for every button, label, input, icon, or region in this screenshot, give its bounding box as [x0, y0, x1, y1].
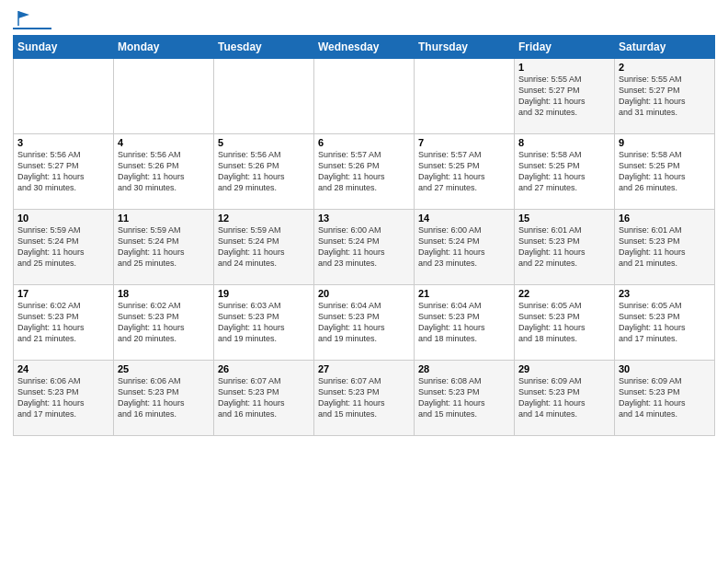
day-info: Sunrise: 5:59 AM Sunset: 5:24 PM Dayligh… [218, 224, 310, 270]
header [13, 9, 715, 29]
day-number: 16 [619, 213, 711, 224]
day-number: 22 [518, 288, 610, 299]
day-info: Sunrise: 6:08 AM Sunset: 5:23 PM Dayligh… [418, 375, 510, 420]
week-row-5: 24Sunrise: 6:06 AM Sunset: 5:23 PM Dayli… [14, 361, 715, 436]
logo [13, 9, 51, 29]
calendar-cell: 11Sunrise: 5:59 AM Sunset: 5:24 PM Dayli… [114, 210, 214, 285]
weekday-header-thursday: Thursday [415, 36, 515, 59]
calendar-cell: 10Sunrise: 5:59 AM Sunset: 5:24 PM Dayli… [14, 210, 114, 285]
day-number: 26 [218, 363, 310, 374]
day-number: 28 [418, 363, 510, 374]
day-info: Sunrise: 6:03 AM Sunset: 5:23 PM Dayligh… [218, 300, 310, 345]
calendar-cell: 4Sunrise: 5:56 AM Sunset: 5:26 PM Daylig… [114, 134, 214, 210]
weekday-header-wednesday: Wednesday [314, 36, 415, 59]
weekday-header-row: SundayMondayTuesdayWednesdayThursdayFrid… [14, 36, 715, 59]
svg-marker-0 [18, 11, 29, 18]
calendar-cell: 23Sunrise: 6:05 AM Sunset: 5:23 PM Dayli… [615, 285, 715, 361]
day-info: Sunrise: 5:57 AM Sunset: 5:25 PM Dayligh… [418, 149, 510, 194]
calendar-cell: 21Sunrise: 6:04 AM Sunset: 5:23 PM Dayli… [415, 285, 515, 361]
day-number: 30 [619, 363, 711, 374]
calendar-cell: 1Sunrise: 5:55 AM Sunset: 5:27 PM Daylig… [515, 59, 615, 134]
calendar-cell: 15Sunrise: 6:01 AM Sunset: 5:23 PM Dayli… [515, 210, 615, 285]
calendar-cell: 12Sunrise: 5:59 AM Sunset: 5:24 PM Dayli… [214, 210, 314, 285]
week-row-3: 10Sunrise: 5:59 AM Sunset: 5:24 PM Dayli… [14, 210, 715, 285]
day-info: Sunrise: 6:06 AM Sunset: 5:23 PM Dayligh… [118, 375, 210, 420]
day-number: 15 [518, 213, 610, 224]
day-number: 17 [17, 288, 109, 299]
calendar-cell: 27Sunrise: 6:07 AM Sunset: 5:23 PM Dayli… [314, 361, 415, 436]
calendar-cell: 28Sunrise: 6:08 AM Sunset: 5:23 PM Dayli… [415, 361, 515, 436]
day-info: Sunrise: 5:57 AM Sunset: 5:26 PM Dayligh… [318, 149, 410, 194]
day-number: 19 [218, 288, 310, 299]
day-info: Sunrise: 6:09 AM Sunset: 5:23 PM Dayligh… [619, 375, 711, 420]
day-info: Sunrise: 6:01 AM Sunset: 5:23 PM Dayligh… [619, 224, 711, 270]
day-number: 6 [318, 137, 410, 148]
week-row-2: 3Sunrise: 5:56 AM Sunset: 5:27 PM Daylig… [14, 134, 715, 210]
day-info: Sunrise: 6:05 AM Sunset: 5:23 PM Dayligh… [518, 300, 610, 345]
day-number: 27 [318, 363, 410, 374]
day-info: Sunrise: 6:02 AM Sunset: 5:23 PM Dayligh… [118, 300, 210, 345]
day-info: Sunrise: 6:09 AM Sunset: 5:23 PM Dayligh… [518, 375, 610, 420]
day-number: 25 [118, 363, 210, 374]
day-info: Sunrise: 5:55 AM Sunset: 5:27 PM Dayligh… [619, 74, 711, 119]
day-number: 12 [218, 213, 310, 224]
calendar-cell: 25Sunrise: 6:06 AM Sunset: 5:23 PM Dayli… [114, 361, 214, 436]
calendar-cell: 17Sunrise: 6:02 AM Sunset: 5:23 PM Dayli… [14, 285, 114, 361]
calendar-cell: 20Sunrise: 6:04 AM Sunset: 5:23 PM Dayli… [314, 285, 415, 361]
day-info: Sunrise: 6:07 AM Sunset: 5:23 PM Dayligh… [218, 375, 310, 420]
calendar-cell [14, 59, 114, 134]
calendar-table: SundayMondayTuesdayWednesdayThursdayFrid… [13, 35, 715, 436]
day-number: 5 [218, 137, 310, 148]
day-info: Sunrise: 6:00 AM Sunset: 5:24 PM Dayligh… [418, 224, 510, 270]
calendar-cell: 2Sunrise: 5:55 AM Sunset: 5:27 PM Daylig… [615, 59, 715, 134]
calendar-cell [114, 59, 214, 134]
calendar-cell [314, 59, 415, 134]
calendar-cell [415, 59, 515, 134]
day-info: Sunrise: 6:02 AM Sunset: 5:23 PM Dayligh… [17, 300, 109, 345]
day-info: Sunrise: 5:56 AM Sunset: 5:27 PM Dayligh… [17, 149, 109, 194]
day-info: Sunrise: 5:55 AM Sunset: 5:27 PM Dayligh… [518, 74, 610, 119]
calendar-cell: 22Sunrise: 6:05 AM Sunset: 5:23 PM Dayli… [515, 285, 615, 361]
calendar-cell: 24Sunrise: 6:06 AM Sunset: 5:23 PM Dayli… [14, 361, 114, 436]
day-info: Sunrise: 6:04 AM Sunset: 5:23 PM Dayligh… [418, 300, 510, 345]
day-number: 3 [17, 137, 109, 148]
day-number: 29 [518, 363, 610, 374]
weekday-header-friday: Friday [515, 36, 615, 59]
calendar-cell: 14Sunrise: 6:00 AM Sunset: 5:24 PM Dayli… [415, 210, 515, 285]
day-info: Sunrise: 6:07 AM Sunset: 5:23 PM Dayligh… [318, 375, 410, 420]
day-number: 21 [418, 288, 510, 299]
day-info: Sunrise: 6:01 AM Sunset: 5:23 PM Dayligh… [518, 224, 610, 270]
weekday-header-monday: Monday [114, 36, 214, 59]
page-container: SundayMondayTuesdayWednesdayThursdayFrid… [0, 0, 728, 443]
day-info: Sunrise: 5:59 AM Sunset: 5:24 PM Dayligh… [17, 224, 109, 270]
weekday-header-tuesday: Tuesday [214, 36, 314, 59]
calendar-cell: 18Sunrise: 6:02 AM Sunset: 5:23 PM Dayli… [114, 285, 214, 361]
calendar-cell: 29Sunrise: 6:09 AM Sunset: 5:23 PM Dayli… [515, 361, 615, 436]
calendar-cell: 3Sunrise: 5:56 AM Sunset: 5:27 PM Daylig… [14, 134, 114, 210]
week-row-4: 17Sunrise: 6:02 AM Sunset: 5:23 PM Dayli… [14, 285, 715, 361]
day-info: Sunrise: 5:59 AM Sunset: 5:24 PM Dayligh… [118, 224, 210, 270]
calendar-cell [214, 59, 314, 134]
day-info: Sunrise: 5:58 AM Sunset: 5:25 PM Dayligh… [518, 149, 610, 194]
day-number: 1 [518, 62, 610, 73]
calendar-cell: 13Sunrise: 6:00 AM Sunset: 5:24 PM Dayli… [314, 210, 415, 285]
day-number: 23 [619, 288, 711, 299]
day-number: 18 [118, 288, 210, 299]
day-info: Sunrise: 5:58 AM Sunset: 5:25 PM Dayligh… [619, 149, 711, 194]
calendar-cell: 19Sunrise: 6:03 AM Sunset: 5:23 PM Dayli… [214, 285, 314, 361]
day-number: 4 [118, 137, 210, 148]
day-number: 7 [418, 137, 510, 148]
week-row-1: 1Sunrise: 5:55 AM Sunset: 5:27 PM Daylig… [14, 59, 715, 134]
calendar-cell: 6Sunrise: 5:57 AM Sunset: 5:26 PM Daylig… [314, 134, 415, 210]
calendar-cell: 7Sunrise: 5:57 AM Sunset: 5:25 PM Daylig… [415, 134, 515, 210]
day-number: 20 [318, 288, 410, 299]
day-info: Sunrise: 6:04 AM Sunset: 5:23 PM Dayligh… [318, 300, 410, 345]
day-number: 14 [418, 213, 510, 224]
weekday-header-saturday: Saturday [615, 36, 715, 59]
weekday-header-sunday: Sunday [14, 36, 114, 59]
calendar-cell: 26Sunrise: 6:07 AM Sunset: 5:23 PM Dayli… [214, 361, 314, 436]
day-info: Sunrise: 6:00 AM Sunset: 5:24 PM Dayligh… [318, 224, 410, 270]
day-info: Sunrise: 5:56 AM Sunset: 5:26 PM Dayligh… [218, 149, 310, 194]
day-info: Sunrise: 6:06 AM Sunset: 5:23 PM Dayligh… [17, 375, 109, 420]
day-number: 11 [118, 213, 210, 224]
